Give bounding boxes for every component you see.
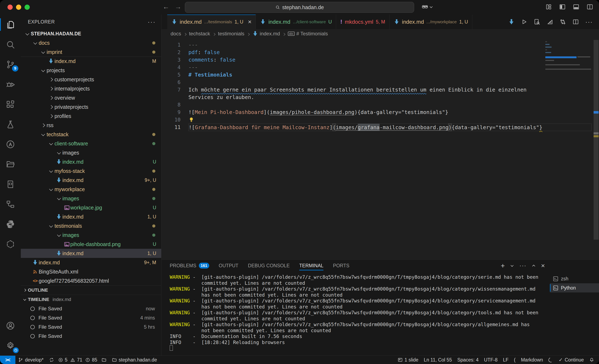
code-line-2[interactable]: 2pdf: false: [161, 49, 599, 56]
code-line-4[interactable]: 4---: [161, 64, 599, 71]
activity-book-code-icon[interactable]: [0, 174, 21, 194]
editor-tab-index.md-client-software[interactable]: index.md.../client-softwareU: [256, 15, 336, 29]
maximize-window-icon[interactable]: [25, 5, 30, 10]
forward-icon[interactable]: →: [175, 3, 181, 11]
terminal-output[interactable]: WARNING - [git-authors-plugin] /var/fold…: [170, 274, 547, 356]
editor-pane[interactable]: 1---2pdf: false3comments: false4---5# Te…: [161, 38, 599, 259]
tree-item-myworkplace[interactable]: myworkplace: [21, 185, 161, 194]
run-icon[interactable]: [521, 18, 528, 25]
code-line-6[interactable]: 6: [161, 79, 599, 86]
editor-tab-mkdocs.yml[interactable]: !mkdocs.yml5, M: [336, 15, 389, 29]
statusbar--[interactable]: (: [511, 356, 518, 364]
activity-hexagon-icon[interactable]: [0, 234, 21, 254]
triangle-icon[interactable]: [546, 18, 553, 25]
statusbar-check-icon-continue[interactable]: ✓Continue: [556, 356, 587, 364]
tree-item-images[interactable]: images: [21, 148, 161, 157]
tree-item-stephan.hadan.de[interactable]: STEPHAN.HADAN.DE: [21, 29, 161, 38]
tree-item-rss[interactable]: rss: [21, 121, 161, 130]
new-terminal-icon[interactable]: +: [501, 262, 505, 269]
customize-layout-icon[interactable]: [545, 4, 552, 10]
command-center[interactable]: stephan.hadan.de: [185, 2, 414, 13]
explorer-actions-icon[interactable]: ···: [148, 18, 156, 25]
timeline-entry[interactable]: File Saved 4 mins: [21, 313, 161, 322]
timeline-section[interactable]: TIMELINE index.md: [21, 295, 161, 304]
code-line-11[interactable]: 11![Grafana-Dashboard für meine Mailcow-…: [161, 124, 599, 131]
breadcrumb-item[interactable]: abc# Testimonials: [288, 31, 328, 37]
tree-item-images[interactable]: images: [21, 231, 161, 240]
statusbar-bell-icon[interactable]: [587, 356, 597, 364]
maximize-panel-icon[interactable]: [532, 265, 535, 268]
lightbulb-icon[interactable]: [188, 116, 194, 124]
window-controls[interactable]: [8, 5, 30, 10]
code-line-3[interactable]: 3comments: false: [161, 56, 599, 64]
tree-item-myfoss-stack[interactable]: myfoss-stack: [21, 166, 161, 176]
statusbar-branch-icon-develop-[interactable]: develop*: [15, 356, 46, 364]
activity-testing-icon[interactable]: [0, 114, 21, 134]
timeline-entry[interactable]: File Saved now: [21, 304, 161, 313]
activity-extensions-icon[interactable]: [0, 94, 21, 114]
statusbar--lf[interactable]: LF: [500, 356, 511, 364]
breadcrumb-item[interactable]: docs: [171, 31, 181, 37]
panel-tab-ports[interactable]: PORTS: [333, 260, 349, 272]
tree-item-pihole-dashboard.png[interactable]: pihole-dashboard.pngU: [21, 240, 161, 249]
code-line-5[interactable]: 5# Testimonials: [161, 71, 599, 79]
toggle-sidebar-icon[interactable]: [559, 4, 566, 10]
breadcrumb-item[interactable]: index.md: [252, 31, 280, 37]
activity-copilot-icon[interactable]: [0, 254, 21, 274]
split-editor-icon[interactable]: [572, 18, 579, 25]
tree-item-docs[interactable]: docs: [21, 38, 161, 47]
tree-item-workplace.jpg[interactable]: workplace.jpgU: [21, 203, 161, 212]
tree-item-index.md[interactable]: index.md1, U: [21, 212, 161, 221]
activity-account-icon[interactable]: [0, 316, 21, 336]
minimize-window-icon[interactable]: [16, 5, 21, 10]
code-line-8[interactable]: 8: [161, 101, 599, 109]
activity-source-control-icon[interactable]: 9: [0, 54, 21, 74]
minimap[interactable]: [545, 41, 593, 71]
activity-search-icon[interactable]: [0, 35, 21, 54]
statusbar-error-icon-5[interactable]: 5: [57, 356, 69, 364]
activity-settings-gear-icon[interactable]: [0, 336, 21, 356]
tree-item-testimonials[interactable]: testimonials: [21, 221, 161, 231]
tree-item-profiles[interactable]: profiles: [21, 112, 161, 121]
code-line-9[interactable]: 9![Mein Pi-hole-Dashboard](images/pihole…: [161, 109, 599, 116]
close-window-icon[interactable]: [8, 5, 13, 10]
terminal-instance-zsh[interactable]: zsh: [550, 274, 599, 283]
editor-tab-index.md-myworkplace[interactable]: index.md.../myworkplace1, U: [389, 15, 473, 29]
tree-item-customerprojects[interactable]: customerprojects: [21, 75, 161, 84]
terminal-instance-python[interactable]: Python: [550, 283, 599, 293]
tree-item-projects[interactable]: projects: [21, 66, 161, 75]
tree-item-index.md[interactable]: index.md9+, M: [21, 258, 161, 267]
panel-tab-debug-console[interactable]: DEBUG CONSOLE: [248, 260, 290, 272]
statusbar--ln-11-col-55[interactable]: Ln 11, Col 55: [421, 356, 455, 364]
tree-item-googlef727264f56832057.html[interactable]: <>googlef727264f56832057.html: [21, 276, 161, 285]
activity-folder-opened-icon[interactable]: [0, 154, 21, 174]
md-download-icon[interactable]: [508, 19, 515, 25]
breadcrumb-item[interactable]: testimonials: [218, 31, 244, 37]
back-icon[interactable]: ←: [163, 3, 169, 11]
panel-more-icon[interactable]: ···: [519, 262, 526, 269]
statusbar-spinner-icon[interactable]: [546, 356, 556, 364]
editor-tab-index.md-testimonials[interactable]: index.md.../testimonials1, U×: [167, 15, 256, 29]
terminal-dropdown-icon[interactable]: [511, 264, 513, 267]
statusbar--utf-8[interactable]: UTF-8: [481, 356, 500, 364]
tree-item-techstack[interactable]: techstack: [21, 130, 161, 139]
statusbar-sync-icon[interactable]: [46, 356, 57, 364]
close-tab-icon[interactable]: ×: [248, 19, 252, 25]
toggle-panel-icon[interactable]: [573, 4, 580, 10]
tree-item-index.md[interactable]: index.md1, U: [21, 249, 161, 258]
tree-item-client-software[interactable]: client-software: [21, 139, 161, 148]
tree-item-images[interactable]: images: [21, 194, 161, 203]
code-line-7[interactable]: 7Ich möchte gerne ein paar Screenshots m…: [161, 86, 599, 94]
statusbar-warning-icon-71[interactable]: 71: [69, 356, 84, 364]
tree-item-index.md[interactable]: index.md9+, U: [21, 176, 161, 185]
outline-section[interactable]: OUTLINE: [21, 285, 161, 295]
toggle-secondary-icon[interactable]: [587, 4, 593, 10]
statusbar-folder-icon[interactable]: [99, 356, 109, 364]
activity-a-circle-icon[interactable]: [0, 134, 21, 154]
timeline-entry[interactable]: File Saved 5 hrs: [21, 322, 161, 332]
statusbar-remote-icon[interactable]: ><: [0, 356, 15, 364]
more-icon[interactable]: ···: [585, 18, 593, 25]
activity-flow-icon[interactable]: [0, 194, 21, 214]
close-panel-icon[interactable]: ×: [541, 262, 545, 269]
activity-python-icon[interactable]: [0, 214, 21, 234]
